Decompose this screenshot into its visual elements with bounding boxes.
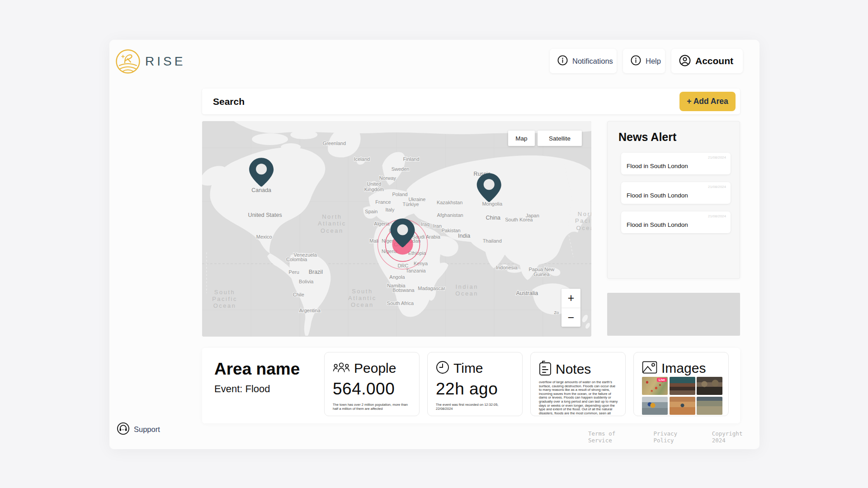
account-label: Account — [695, 56, 733, 66]
zoom-in-button[interactable]: + — [561, 289, 580, 308]
map-label: Mali — [369, 238, 378, 244]
map-label: Madagascar — [418, 286, 445, 291]
map-label: Italy — [385, 207, 395, 212]
map-label: IndianOcean — [455, 283, 478, 297]
map-label: Bolivia — [299, 279, 314, 284]
news-item-headline: Flood in South London — [627, 221, 688, 228]
area-event-label: Event: Flood — [214, 383, 270, 395]
time-description: The event was first recorded on 12:32:05… — [436, 403, 515, 411]
satellite-view-button[interactable]: Satellite — [538, 131, 582, 146]
rise-logo: RISE — [115, 49, 185, 74]
account-icon — [679, 55, 691, 68]
images-card-title: Images — [661, 361, 706, 376]
news-alert-item[interactable]: 21/08/2024Flood in South London — [621, 211, 731, 233]
map-label: Afghanistan — [437, 212, 463, 218]
zoom-out-button[interactable]: − — [561, 308, 580, 327]
map-label: UnitedKingdom — [364, 181, 384, 192]
map-label: Thailand — [483, 238, 502, 244]
map-view-button[interactable]: Map — [508, 131, 535, 146]
map-label: Mexico — [256, 234, 272, 239]
notes-icon — [539, 361, 552, 378]
time-card: Time 22h ago The event was first recorde… — [427, 352, 523, 416]
search-input[interactable]: Search — [213, 96, 679, 107]
time-card-title: Time — [453, 361, 483, 376]
info-icon — [557, 55, 568, 67]
map-label: Japan — [526, 213, 539, 218]
help-button[interactable]: Help — [623, 49, 665, 73]
map-label: Botswana — [392, 287, 415, 293]
copyright-text: Copyright 2024 — [712, 430, 760, 444]
thumb-person-walking-in-floodwater[interactable] — [670, 397, 695, 415]
map-label: Spain — [365, 209, 377, 214]
map-label: SouthAtlanticOcean — [348, 288, 377, 308]
map-label: Iraq — [421, 221, 429, 227]
terms-of-service-link[interactable]: Terms of Service — [588, 430, 642, 444]
news-alert-item[interactable]: 21/08/2024Flood in South London — [621, 182, 731, 204]
map-label: NorthAtlanticOcean — [318, 213, 346, 234]
world-map[interactable]: NorthAtlanticOceanSouthPacificOceanSouth… — [202, 121, 591, 337]
support-button[interactable]: Support — [117, 422, 160, 436]
map-zoom-hint-text: Zo — [554, 310, 559, 315]
thumb-submerged-houses[interactable] — [697, 377, 722, 395]
thumb-aerial-flooded-town[interactable]: Live — [642, 377, 668, 395]
area-name-title: Area name — [214, 360, 300, 379]
map-label: United States — [248, 212, 282, 218]
help-label: Help — [646, 57, 661, 66]
images-card: Images Live — [633, 352, 729, 416]
notes-description: overflow of large amounts of water on th… — [539, 380, 618, 416]
news-item-date: 21/08/2024 — [708, 214, 726, 218]
map-label: Sweden — [392, 166, 410, 172]
map-label: Argentina — [299, 308, 321, 313]
map-label: Mongolia — [482, 201, 503, 206]
map-label: SouthPacificOcean — [212, 289, 237, 309]
map-label: France — [375, 199, 391, 205]
map-label: Chile — [293, 292, 304, 297]
main-panel: RISE Notifications Help Account Search +… — [109, 40, 760, 449]
map-label: Canada — [251, 187, 271, 193]
search-bar[interactable]: Search + Add Area — [202, 89, 740, 114]
notes-card: Notes overflow of large amounts of water… — [530, 352, 626, 416]
rise-logo-icon — [115, 49, 141, 74]
people-icon — [333, 361, 350, 375]
map-label: China — [486, 215, 500, 221]
map-label: NorthPacificOcean — [575, 211, 591, 231]
notes-card-title: Notes — [556, 361, 591, 377]
account-button[interactable]: Account — [671, 49, 743, 73]
notifications-button[interactable]: Notifications — [550, 49, 617, 73]
map-label: Türkiye — [403, 202, 419, 207]
thumb-flooded-alley[interactable] — [697, 397, 722, 415]
map-label: Niger — [382, 238, 394, 244]
map-label: Australia — [516, 290, 538, 296]
map-label: Colombia — [286, 257, 307, 262]
brand-wordmark: RISE — [145, 54, 185, 69]
map-label: India — [458, 233, 470, 239]
placeholder-box — [607, 293, 740, 336]
people-count: 564.000 — [333, 380, 419, 399]
image-icon — [642, 361, 657, 375]
privacy-policy-link[interactable]: Privacy Policy — [653, 430, 701, 444]
map-label: Kazakhstan — [437, 200, 462, 205]
map-label: Algeria — [374, 221, 390, 226]
map-label: Norway — [379, 175, 396, 181]
map-zoom-control: + − — [561, 289, 580, 327]
map-label: Indonesia — [496, 265, 518, 270]
headset-icon — [117, 422, 130, 436]
map-type-toggle: Map Satellite — [508, 131, 582, 146]
map-label: Angola — [389, 274, 405, 280]
news-item-headline: Flood in South London — [627, 192, 688, 199]
map-label: Brazil — [309, 269, 323, 275]
news-item-headline: Flood in South London — [627, 163, 688, 169]
info-icon — [631, 55, 641, 67]
thumb-man-pushing-bike-in-water[interactable] — [642, 397, 668, 415]
live-badge: Live — [657, 378, 667, 382]
thumb-people-on-flooded-porch[interactable] — [670, 377, 695, 395]
add-area-button[interactable]: + Add Area — [679, 92, 736, 111]
news-alert-panel: News Alert 21/08/2024Flood in South Lond… — [607, 121, 740, 279]
footer-links: Terms of Service Privacy Policy Copyrigh… — [588, 430, 760, 444]
map-label: Iran — [433, 223, 442, 229]
news-item-date: 21/08/2024 — [708, 155, 726, 160]
event-detail-panel: Area name Event: Flood People 564.000 Th… — [202, 348, 740, 423]
news-alert-item[interactable]: 21/08/2024Flood in South London — [621, 153, 731, 174]
people-card: People 564.000 The town has over 2 milli… — [324, 352, 420, 416]
people-card-title: People — [354, 361, 396, 376]
